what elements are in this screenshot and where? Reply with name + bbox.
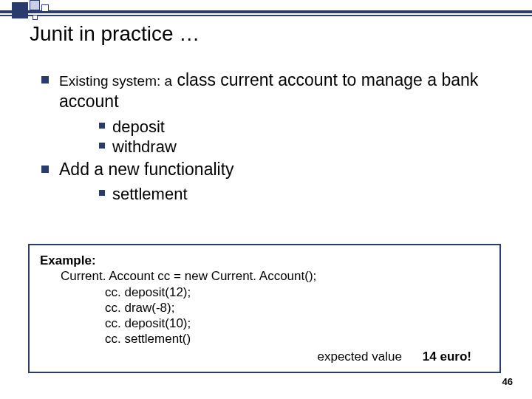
deco-square-icon — [41, 4, 49, 12]
page-number: 46 — [502, 376, 513, 387]
bullet-icon — [99, 123, 105, 129]
subbullet-text: settlement — [112, 184, 188, 205]
example-code-line: cc. draw(-8); — [105, 300, 489, 316]
subbullet-deposit: deposit — [99, 117, 505, 137]
example-code-line: cc. deposit(12); — [105, 284, 489, 300]
subbullets-add: settlement — [99, 184, 505, 205]
subbullet-withdraw: withdraw — [99, 137, 505, 157]
example-code-line: cc. settlement() — [105, 331, 489, 347]
example-result-row: expected value 14 euro! — [40, 349, 489, 364]
header-line-thin — [0, 15, 532, 16]
content-area: Existing system: a class current account… — [41, 69, 505, 205]
expected-label: expected value — [317, 349, 401, 364]
header-line-thick — [0, 10, 532, 13]
bullet-icon — [41, 76, 49, 83]
subbullet-settlement: settlement — [99, 184, 505, 205]
example-code-line: cc. deposit(10); — [105, 316, 489, 331]
header-decoration — [0, 0, 532, 22]
subbullet-text: withdraw — [112, 137, 177, 157]
deco-square-icon — [12, 2, 28, 18]
expected-value: 14 euro! — [423, 349, 471, 364]
bullet-icon — [99, 143, 105, 149]
bullet-add-functionality: Add a new functionality — [41, 159, 505, 180]
slide-title: Junit in practice … — [30, 22, 200, 46]
bullet-icon — [41, 166, 49, 173]
bullet-existing-system: Existing system: a class current account… — [41, 69, 505, 112]
example-header: Example: — [40, 253, 489, 268]
bullet-text: Existing system: a class current account… — [59, 69, 505, 112]
subbullet-text: deposit — [112, 117, 165, 137]
deco-square-icon — [33, 15, 38, 20]
bullet-text: Add a new functionality — [59, 159, 234, 180]
subbullets-existing: deposit withdraw — [99, 117, 505, 157]
slide: Junit in practice … Existing system: a c… — [0, 0, 532, 399]
example-box: Example: Current. Account cc = new Curre… — [28, 244, 501, 373]
bullet-lead-text: Existing system: a — [59, 73, 172, 89]
deco-square-icon — [30, 0, 40, 10]
example-code-line: Current. Account cc = new Current. Accou… — [61, 268, 489, 284]
bullet-icon — [99, 190, 105, 196]
